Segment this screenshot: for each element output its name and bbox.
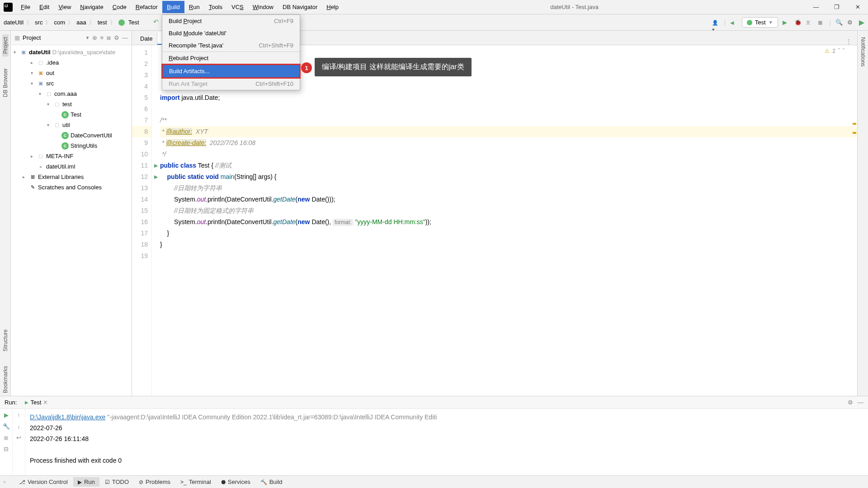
tree-node--idea[interactable]: ▸▢.idea xyxy=(11,57,132,68)
menu-file[interactable]: File xyxy=(16,1,35,13)
close-button[interactable]: ✕ xyxy=(847,0,868,14)
hide-tool-window-icon[interactable]: — xyxy=(122,34,128,41)
run-layout-icon[interactable]: ⊟ xyxy=(4,446,9,452)
tree-node-dateconvertutil[interactable]: CDateConvertUtil xyxy=(11,130,132,141)
notifications-tool-tab[interactable]: Notifications xyxy=(860,34,866,69)
tree-node-test[interactable]: CTest xyxy=(11,109,132,120)
menu-run[interactable]: Run xyxy=(184,1,204,13)
app-logo xyxy=(4,3,13,12)
breadcrumb-test[interactable]: Test xyxy=(128,19,139,26)
warning-count: 2 xyxy=(832,48,835,54)
menu-help[interactable]: Help xyxy=(322,1,343,13)
up-stack-icon[interactable]: ↑ xyxy=(17,412,20,418)
class-icon: C xyxy=(61,142,69,150)
rerun-icon[interactable]: ▶ xyxy=(4,412,9,418)
menu-item-build-project[interactable]: Build ProjectCtrl+F9 xyxy=(162,15,300,27)
tree-node-external-libraries[interactable]: ▸⊞External Libraries xyxy=(11,172,132,182)
editor-scrollbar[interactable] xyxy=(851,45,857,396)
toolwindow-version-control[interactable]: ⎇Version Control xyxy=(14,477,72,487)
tabs-more-icon[interactable]: ⋮ xyxy=(840,38,857,45)
run-button[interactable] xyxy=(783,19,790,26)
tree-node-stringutils[interactable]: CStringUtils xyxy=(11,141,132,151)
build-back-icon[interactable] xyxy=(730,19,737,26)
tab-hidden[interactable]: Date xyxy=(132,33,157,45)
folder-icon: ▢ xyxy=(45,90,52,98)
menu-window[interactable]: Window xyxy=(248,1,278,13)
project-tree[interactable]: ▾ ▣ dateUtil D:\java\idea_space\date ▸▢.… xyxy=(11,45,132,396)
stop-button[interactable] xyxy=(818,19,825,26)
expand-all-icon[interactable]: ≡ xyxy=(100,34,104,41)
run-tool-icon[interactable]: 🔧 xyxy=(3,423,10,430)
menu-build[interactable]: Build xyxy=(162,1,184,13)
menu-item-build-artifacts-[interactable]: Build Artifacts... xyxy=(161,64,301,79)
run-tab-close-icon[interactable]: ✕ xyxy=(43,399,48,406)
debug-button[interactable] xyxy=(794,19,802,26)
run-header: Run: ▶ Test ✕ ⚙ — xyxy=(0,396,868,409)
settings-icon[interactable] xyxy=(847,19,854,26)
run-settings-icon[interactable]: ⚙ xyxy=(848,399,853,406)
tree-node-scratches-and-consoles[interactable]: ✎Scratches and Consoles xyxy=(11,182,132,192)
run-hide-icon[interactable]: — xyxy=(858,399,863,406)
collapse-all-icon[interactable]: ≣ xyxy=(106,34,111,41)
menu-item-build-module-dateutil-[interactable]: Build Module 'dateUtil' xyxy=(162,27,300,39)
toolwindow-build[interactable]: 🔨Build xyxy=(256,477,287,487)
menu-refactor[interactable]: Refactor xyxy=(131,1,162,13)
menu-code[interactable]: Code xyxy=(108,1,131,13)
menu-item-run-ant-target: Run Ant TargetCtrl+Shift+F10 xyxy=(162,78,300,90)
minimize-button[interactable]: — xyxy=(806,0,826,14)
toolwindow-terminal[interactable]: >_Terminal xyxy=(176,477,216,487)
next-highlight-icon[interactable]: ˇ xyxy=(843,48,844,54)
menu-view[interactable]: View xyxy=(54,1,75,13)
toolwindow-problems[interactable]: ⊘Problems xyxy=(134,477,175,487)
menu-item-recompile-test-java-[interactable]: Recompile 'Test.java'Ctrl+Shift+F9 xyxy=(162,39,300,52)
tree-node-util[interactable]: ▾▢util xyxy=(11,120,132,130)
code-content[interactable]: il;import java.util.Date;/** * @author: … xyxy=(160,45,857,396)
project-tool-tab[interactable]: Project xyxy=(2,34,9,56)
db-browser-tool-tab[interactable]: DB Browser xyxy=(2,66,9,100)
tree-node-com-aaa[interactable]: ▾▢com.aaa xyxy=(11,89,132,99)
maximize-button[interactable]: ❐ xyxy=(826,0,847,14)
menu-item-rebuild-project[interactable]: Rebuild Project xyxy=(162,52,300,65)
lib-icon: ⊞ xyxy=(29,174,36,181)
run-config-selector[interactable]: Test ▼ xyxy=(742,17,778,28)
tool-windows-icon[interactable]: ▫ xyxy=(4,479,13,485)
down-stack-icon[interactable]: ↓ xyxy=(17,423,20,430)
soft-wrap-icon[interactable]: ↩ xyxy=(16,434,21,441)
run-anything-icon[interactable]: ▶ xyxy=(859,18,864,27)
search-everywhere-icon[interactable] xyxy=(835,19,843,26)
coverage-button[interactable] xyxy=(806,19,813,26)
menu-vcs[interactable]: VCS xyxy=(227,1,248,13)
toolwindow-todo[interactable]: ☑TODO xyxy=(100,477,133,487)
console-output[interactable]: D:\Java\jdk1.8\bin\java.exe "-javaagent:… xyxy=(25,409,868,475)
menu-edit[interactable]: Edit xyxy=(35,1,54,13)
gutter[interactable]: ▶▶ xyxy=(152,45,160,396)
breadcrumb-test[interactable]: test xyxy=(98,19,107,26)
toolwindow-services[interactable]: ⬣Services xyxy=(217,477,255,487)
menu-db-navigator[interactable]: DB Navigator xyxy=(278,1,322,13)
run-stop-icon[interactable]: ◼ xyxy=(4,434,9,441)
tree-node-src[interactable]: ▾▣src xyxy=(11,78,132,89)
breadcrumb-dateutil[interactable]: dateUtil xyxy=(4,19,24,26)
project-settings-icon[interactable]: ⚙ xyxy=(114,34,119,41)
breadcrumb-src[interactable]: src xyxy=(35,19,42,26)
class-icon: C xyxy=(61,111,69,118)
code-with-me-icon[interactable] xyxy=(712,19,719,26)
menu-navigate[interactable]: Navigate xyxy=(75,1,108,13)
run-tool-window: Run: ▶ Test ✕ ⚙ — ▶ 🔧 ◼ ⊟ ↑ ↓ ↩ D:\Java\… xyxy=(0,396,868,475)
toolwindow-run[interactable]: ▶Run xyxy=(73,477,99,487)
breadcrumb-com[interactable]: com xyxy=(54,19,65,26)
prev-highlight-icon[interactable]: ˆ xyxy=(838,48,840,54)
tree-node-meta-inf[interactable]: ▸▢META-INF xyxy=(11,151,132,161)
code-editor[interactable]: 12345678910111213141516171819 ▶▶ il;impo… xyxy=(132,45,857,396)
select-opened-file-icon[interactable]: ⊕ xyxy=(92,34,97,41)
project-dropdown-icon[interactable]: ▼ xyxy=(85,35,90,40)
tree-node-dateutil-iml[interactable]: ▫dateUtil.iml xyxy=(11,161,132,172)
menu-tools[interactable]: Tools xyxy=(204,1,227,13)
inspections-widget[interactable]: ⚠ 2 ˆ ˇ xyxy=(825,48,844,54)
structure-tool-tab[interactable]: Structure xyxy=(2,327,9,354)
tree-node-out[interactable]: ▾▣out xyxy=(11,68,132,78)
bookmarks-tool-tab[interactable]: Bookmarks xyxy=(2,363,9,396)
run-tab-test[interactable]: ▶ Test ✕ xyxy=(20,398,52,407)
breadcrumb-aaa[interactable]: aaa xyxy=(76,19,86,26)
tree-node-test[interactable]: ▾▢test xyxy=(11,99,132,109)
